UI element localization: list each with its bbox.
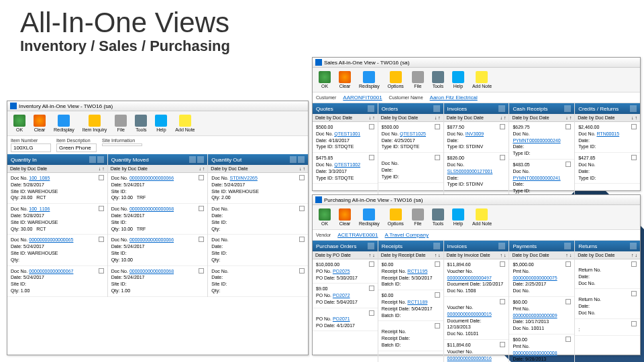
vendor-link[interactable]: ACETRAVE0001 — [337, 232, 378, 238]
doc-link[interactable]: PYMNT000000000241 — [513, 176, 560, 180]
doc-link[interactable]: RCT1189 — [407, 300, 427, 304]
doc-link[interactable]: SLS50000000127001 — [447, 169, 493, 174]
checkbox[interactable] — [369, 261, 374, 267]
filter-icon[interactable] — [368, 105, 374, 112]
sort-label[interactable]: Date by Doc Date — [447, 115, 484, 120]
doc-link[interactable]: QTEST1025 — [400, 131, 426, 136]
sales-card[interactable]: $475.85 Doc No. QTEST1002 Date: 3/3/2017… — [313, 153, 378, 184]
sales-card[interactable]: $826.00 Doc No. SLS50000000127001 Date: … — [444, 153, 509, 190]
doc-link[interactable]: 100_1106 — [29, 206, 50, 211]
inventory-card[interactable]: Doc No. 00000000000000066 Date: 5/24/201… — [108, 173, 208, 204]
sort-label[interactable]: Date by Invoice Date — [447, 253, 490, 257]
sort-icon[interactable] — [197, 156, 204, 163]
checkbox[interactable] — [566, 261, 571, 267]
customer-link[interactable]: AARONFIT0001 — [343, 95, 382, 101]
column-header[interactable]: Payments — [509, 241, 574, 251]
inventory-card[interactable]: Doc No. STDINV2265 Date: 5/24/2017 Site … — [208, 173, 308, 204]
sort-label[interactable]: Date by PO Date — [315, 253, 351, 257]
column-header[interactable]: Returns — [575, 241, 640, 251]
checkbox[interactable] — [500, 342, 505, 347]
sort-label[interactable]: Date by Doc Date — [512, 253, 549, 257]
inventory-card[interactable]: Doc No. 00000000000000068 Date: 5/24/201… — [108, 266, 208, 297]
doc-link[interactable]: 00000000000000065 — [29, 237, 73, 242]
customer-name-link[interactable]: Aaron Fitz Electrical — [430, 95, 478, 101]
sales-card[interactable]: $500.00 Doc No. QTEST1001 Date: 4/18/201… — [313, 122, 378, 153]
checkbox[interactable] — [566, 299, 571, 304]
filter-icon[interactable] — [630, 243, 637, 249]
sales-card[interactable]: $500.00 Doc No. QTEST1025 Date: 4/25/201… — [378, 122, 443, 153]
column-header[interactable]: Quantity Out — [208, 154, 308, 165]
sort-label[interactable]: Date by Receipt Date — [381, 253, 426, 257]
purch-card[interactable]: Receipt No. Receipt Date: Batch ID: — [378, 321, 443, 351]
doc-link[interactable]: PO2075 — [333, 269, 350, 274]
sort-label[interactable]: Date by Doc Date — [512, 115, 549, 120]
purch-card[interactable]: $9.00 PO No. PO2072 PO Date: 5/04/2017 — [313, 284, 378, 308]
checkbox[interactable] — [500, 261, 505, 267]
doc-link[interactable]: QTEST1001 — [334, 131, 360, 136]
doc-link[interactable]: 00000000000000009 — [513, 313, 557, 318]
filter-icon[interactable] — [368, 243, 374, 249]
sort-label[interactable]: Date by Doc Date — [211, 166, 248, 171]
purch-card[interactable]: $60.00 Pmt No. 00000000000000009 Date: 1… — [509, 297, 574, 335]
ok-button[interactable]: OK — [315, 70, 334, 90]
column-header[interactable]: Orders — [378, 103, 443, 114]
doc-link[interactable]: PO2071 — [333, 316, 350, 321]
file-button[interactable]: File — [409, 207, 427, 227]
checkbox[interactable] — [199, 268, 204, 274]
item-desc-input[interactable]: Green Phone — [56, 143, 97, 152]
filter-icon[interactable] — [433, 243, 440, 249]
purch-card[interactable]: Voucher No. 00000000000000015 Document D… — [444, 297, 509, 340]
column-header[interactable]: Invoices — [444, 241, 509, 251]
purch-card[interactable]: $60.00 Pmt No. 00000000000000008 Date: 9… — [509, 335, 574, 362]
tools-button[interactable]: Tools — [429, 70, 447, 90]
window-title-bar[interactable]: Sales All-in-One View - TWO16 (sa) — [313, 58, 640, 68]
column-header[interactable]: Purchase Orders — [313, 241, 378, 251]
purch-card[interactable]: $0.00 Receipt No. RCT1189 Receipt Date: … — [378, 290, 443, 321]
inventory-card[interactable]: Doc No. 00000000000000067 Date: 5/24/201… — [7, 266, 107, 297]
doc-link[interactable]: RTN00015 — [596, 131, 619, 136]
sales-card[interactable]: Doc No. Date: Type ID: — [378, 153, 443, 182]
checkbox[interactable] — [299, 268, 305, 274]
checkbox[interactable] — [199, 206, 204, 211]
help-button[interactable]: Help — [449, 70, 468, 90]
checkbox[interactable] — [566, 124, 571, 129]
add-note-button[interactable]: Add Note — [469, 70, 495, 90]
purch-card[interactable]: : — [575, 319, 640, 336]
checkbox[interactable] — [199, 237, 204, 242]
checkbox[interactable] — [435, 261, 440, 267]
inventory-card[interactable]: Doc No. Date: Site ID: Qty: — [208, 204, 308, 235]
purch-card[interactable]: $0.00 Receipt No. RCT1195 Receipt Date: … — [378, 259, 443, 290]
sales-card[interactable]: $2,460.00 Doc No. RTN00015 Date: Type ID… — [575, 122, 640, 153]
filter-icon[interactable] — [564, 243, 571, 249]
column-header[interactable]: Credits / Returns — [575, 103, 640, 114]
site-input[interactable] — [102, 143, 142, 146]
redisplay-button[interactable]: Redisplay — [50, 113, 78, 133]
doc-link[interactable]: PYMNT000000000240 — [513, 138, 560, 143]
purch-card[interactable]: Return No. Date: Doc No. — [575, 289, 640, 318]
checkbox[interactable] — [500, 124, 505, 129]
inventory-card[interactable]: Doc No. 00000000000000065 Date: 5/24/201… — [7, 235, 107, 265]
checkbox[interactable] — [369, 155, 374, 160]
checkbox[interactable] — [500, 155, 505, 160]
tools-button[interactable]: Tools — [131, 113, 150, 133]
filter-icon[interactable] — [433, 105, 440, 112]
filter-icon[interactable] — [498, 243, 505, 249]
sort-label[interactable]: Date by Doc Date — [578, 253, 614, 257]
doc-link[interactable]: RCT1195 — [407, 269, 427, 274]
column-header[interactable]: Receipts — [378, 241, 443, 251]
checkbox[interactable] — [631, 291, 637, 296]
clear-button[interactable]: Clear — [30, 113, 49, 133]
sort-label[interactable]: Date by Doc Date — [381, 115, 418, 120]
checkbox[interactable] — [631, 124, 637, 129]
column-header[interactable]: Invoices — [444, 103, 509, 114]
inventory-card[interactable]: Doc No. 00000000000000068 Date: 5/24/201… — [108, 204, 208, 235]
options-button[interactable]: Options — [384, 70, 407, 90]
filter-icon[interactable] — [630, 105, 637, 112]
checkbox[interactable] — [369, 310, 374, 316]
checkbox[interactable] — [99, 268, 104, 274]
column-header[interactable]: Quantity In — [7, 154, 107, 165]
doc-link[interactable]: 00000000000000066 — [129, 176, 174, 180]
ok-button[interactable]: OK — [315, 207, 334, 227]
inventory-card[interactable]: Doc No. Date: Site ID: Qty: — [208, 235, 308, 265]
inventory-card[interactable]: Doc No. 100_1106 Date: 5/28/2017 Site ID… — [7, 204, 107, 235]
